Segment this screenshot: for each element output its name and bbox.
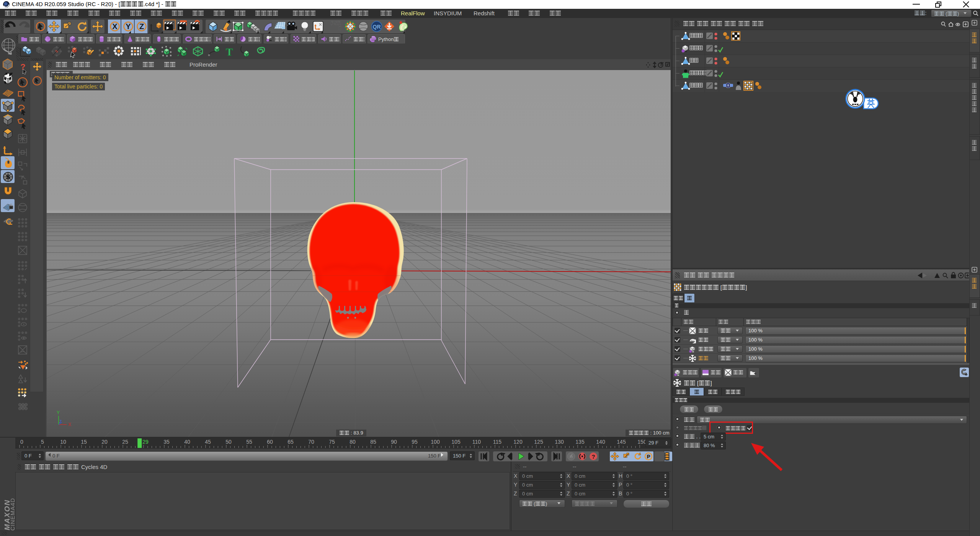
- svg-text:25: 25: [122, 439, 128, 445]
- svg-text:65: 65: [287, 439, 294, 445]
- svg-text:130: 130: [555, 439, 564, 445]
- svg-text:X: X: [68, 422, 71, 427]
- svg-text:0: 0: [20, 439, 23, 445]
- svg-text:S: S: [6, 174, 10, 180]
- svg-text:55: 55: [246, 439, 252, 445]
- svg-text:Z: Z: [139, 22, 144, 31]
- svg-text:115: 115: [493, 439, 502, 445]
- svg-text:40: 40: [184, 439, 190, 445]
- svg-text:140: 140: [596, 439, 605, 445]
- svg-text:60: 60: [267, 439, 273, 445]
- svg-text:0: 0: [338, 25, 341, 31]
- svg-text:135: 135: [575, 439, 585, 445]
- svg-text:110: 110: [472, 439, 481, 445]
- svg-text:P: P: [647, 454, 650, 459]
- svg-text:20: 20: [101, 439, 108, 445]
- svg-text:15: 15: [81, 439, 87, 445]
- svg-text:Y: Y: [57, 410, 60, 415]
- svg-text:95: 95: [412, 439, 418, 445]
- svg-text:?: ?: [591, 453, 595, 460]
- svg-text:90: 90: [391, 439, 397, 445]
- svg-text:145: 145: [617, 439, 626, 445]
- svg-text:80: 80: [350, 439, 356, 445]
- svg-text:75: 75: [329, 439, 335, 445]
- svg-text:10: 10: [60, 439, 66, 445]
- svg-text:X: X: [112, 22, 118, 31]
- svg-text:35: 35: [163, 439, 170, 445]
- svg-text:5: 5: [41, 439, 44, 445]
- svg-text:125: 125: [534, 439, 543, 445]
- svg-text:Y: Y: [126, 22, 131, 31]
- svg-text:29: 29: [142, 439, 149, 445]
- svg-text:T: T: [226, 46, 233, 58]
- svg-text:85: 85: [370, 439, 376, 445]
- svg-text:105: 105: [451, 439, 461, 445]
- svg-text:120: 120: [513, 439, 523, 445]
- svg-text:50: 50: [225, 439, 232, 445]
- svg-text:70: 70: [308, 439, 314, 445]
- svg-text:QR: QR: [373, 24, 381, 30]
- svg-text:100: 100: [431, 439, 440, 445]
- svg-text:45: 45: [205, 439, 211, 445]
